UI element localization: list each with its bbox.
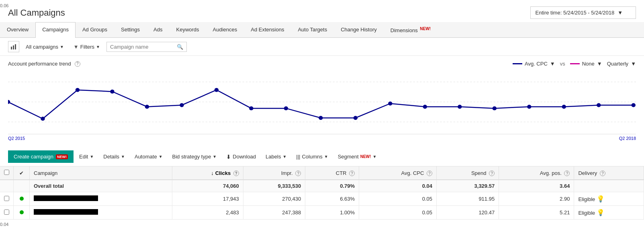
help-icon[interactable]: ? (233, 170, 239, 176)
automate-button[interactable]: Automate ▼ (131, 151, 167, 162)
spend-header[interactable]: Spend ? (436, 166, 499, 180)
svg-point-10 (145, 105, 149, 109)
row2-campaign-cell (30, 206, 172, 220)
help-icon[interactable]: ? (427, 170, 432, 176)
help-icon[interactable]: ? (295, 170, 301, 176)
columns-button[interactable]: ||| Columns ▼ (292, 151, 332, 162)
clicks-header[interactable]: ↓Clicks ? (172, 166, 243, 180)
table-row: 2,483 247,388 1.00% 0.05 120.47 5.21 Eli… (0, 206, 644, 220)
help-icon[interactable]: ? (564, 170, 570, 176)
eligible-badge: Eligible (578, 210, 595, 216)
tab-audiences[interactable]: Audiences (206, 22, 244, 37)
search-input[interactable] (110, 44, 174, 50)
new-badge: NEW! (420, 27, 431, 31)
row2-avg-cpc-cell: 0.05 (359, 206, 437, 220)
tab-auto-targets[interactable]: Auto Targets (291, 22, 334, 37)
tab-ad-extensions[interactable]: Ad Extensions (244, 22, 291, 37)
avg-cpc-header[interactable]: Avg. CPC ? (359, 166, 437, 180)
chart-container (8, 70, 636, 134)
ctr-header[interactable]: CTR ? (305, 166, 359, 180)
total-avg-cpc-cell: 0.04 (359, 180, 437, 192)
new-badge: NEW! (360, 154, 371, 159)
metric1-label: Avg. CPC (525, 61, 548, 67)
tab-settings[interactable]: Settings (114, 22, 147, 37)
table-header-row: ✔ Campaign ↓Clicks ? Impr. ? CTR ? Avg. … (0, 166, 644, 180)
automate-label: Automate (135, 154, 157, 160)
period-selector[interactable]: Quarterly ▼ (607, 61, 636, 67)
svg-point-18 (423, 105, 427, 109)
eligible-badge: Eligible (578, 196, 595, 202)
campaigns-dropdown[interactable]: All campaigns ▼ (22, 42, 67, 51)
tab-keywords[interactable]: Keywords (170, 22, 206, 37)
row1-impr-cell: 270,430 (243, 192, 305, 206)
segment-label: Segment (338, 154, 359, 160)
campaign-search[interactable]: 🔍 (106, 42, 187, 52)
segment-button[interactable]: Segment NEW! ▼ (334, 151, 381, 162)
svg-point-11 (180, 103, 184, 107)
legend-metric2[interactable]: None ▼ (570, 61, 602, 67)
tab-change-history[interactable]: Change History (334, 22, 384, 37)
campaigns-label: All campaigns (26, 44, 58, 50)
details-button[interactable]: Details ▼ (99, 151, 129, 162)
metric2-label: None (582, 61, 595, 67)
help-icon[interactable]: ? (489, 170, 495, 176)
check-icon: ✔ (19, 170, 24, 176)
edit-label: Edit (79, 154, 88, 160)
svg-point-13 (249, 107, 253, 111)
tab-ads[interactable]: Ads (147, 22, 169, 37)
total-avg-pos-cell: 3.64 (499, 180, 574, 192)
row2-delivery-cell: Eligible 💡 (574, 206, 644, 220)
chevron-down-icon: ▼ (282, 154, 286, 159)
download-label: Download (233, 154, 256, 160)
svg-point-17 (388, 102, 392, 106)
download-icon: ⬇ (226, 154, 231, 160)
chevron-down-icon: ▼ (324, 154, 328, 159)
bulb-icon[interactable]: 💡 (597, 209, 605, 216)
help-icon[interactable]: ? (600, 170, 605, 176)
status-dot-green (20, 197, 24, 201)
chart-header: Account performance trend ? Avg. CPC ▼ v… (8, 61, 636, 67)
bid-strategy-label: Bid strategy type (172, 154, 211, 160)
sort-icon: ↓ (211, 170, 214, 176)
filters-dropdown[interactable]: ▼ Filters ▼ (70, 42, 103, 51)
total-ctr-cell: 0.79% (305, 180, 359, 192)
chevron-down-icon: ▼ (213, 154, 217, 159)
download-button[interactable]: ⬇ Download (222, 151, 260, 163)
create-campaign-button[interactable]: Create campaign NEW! (8, 150, 74, 163)
nav-tabs: Overview Campaigns Ad Groups Settings Ad… (0, 22, 644, 38)
chart-x-labels: Q2 2015 Q2 2018 (8, 134, 636, 142)
row2-clicks-cell: 2,483 (172, 206, 243, 220)
x-label-start: Q2 2015 (8, 136, 25, 141)
labels-button[interactable]: Labels ▼ (262, 151, 290, 162)
legend-metric1[interactable]: Avg. CPC ▼ (513, 61, 555, 67)
edit-button[interactable]: Edit ▼ (75, 151, 98, 162)
total-impr-cell: 9,333,530 (243, 180, 305, 192)
legend-line-blue (513, 63, 522, 64)
chevron-down-icon: ▼ (550, 61, 555, 67)
period-label: Quarterly (607, 61, 628, 67)
help-icon[interactable]: ? (349, 170, 355, 176)
data-table: ✔ Campaign ↓Clicks ? Impr. ? CTR ? Avg. … (0, 166, 644, 220)
avg-pos-header[interactable]: Avg. pos. ? (499, 166, 574, 180)
impr-header[interactable]: Impr. ? (243, 166, 305, 180)
chart-title: Account performance trend ? (8, 61, 80, 67)
delivery-header[interactable]: Delivery ? (574, 166, 644, 180)
row1-clicks-cell: 17,943 (172, 192, 243, 206)
chevron-down-icon: ▼ (60, 45, 64, 49)
create-campaign-label: Create campaign (14, 154, 53, 160)
date-range-selector[interactable]: Entire time: 5/24/2015 - 5/24/2018 ▼ (530, 6, 636, 19)
bid-strategy-button[interactable]: Bid strategy type ▼ (168, 151, 221, 162)
tab-campaigns[interactable]: Campaigns (35, 22, 76, 38)
chevron-down-icon: ▼ (121, 154, 125, 159)
chart-section: Account performance trend ? Avg. CPC ▼ v… (0, 56, 644, 147)
row1-campaign-cell (30, 192, 172, 206)
tab-dimensions[interactable]: Dimensions NEW! (384, 22, 438, 37)
tab-ad-groups[interactable]: Ad Groups (76, 22, 114, 37)
svg-point-8 (76, 88, 80, 92)
chevron-down-icon: ▼ (597, 61, 602, 67)
x-label-end: Q2 2018 (619, 136, 636, 141)
bulb-icon[interactable]: 💡 (597, 195, 605, 202)
svg-point-16 (354, 116, 358, 120)
table-row: 17,943 270,430 6.63% 0.05 911.95 2.90 El… (0, 192, 644, 206)
help-icon[interactable]: ? (75, 61, 80, 67)
